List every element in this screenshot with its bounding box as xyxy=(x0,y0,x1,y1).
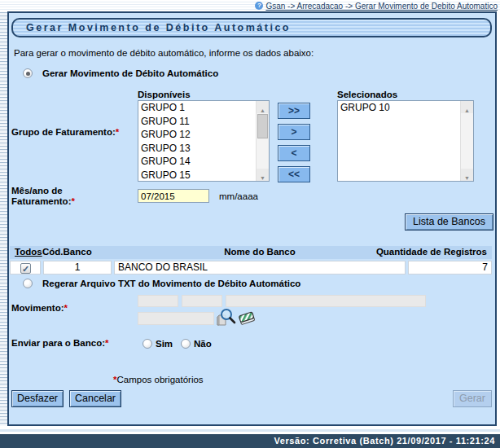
bank-records-cell: 7 xyxy=(408,261,492,275)
send-yes-radio[interactable] xyxy=(143,339,152,349)
table-row: 1 BANCO DO BRASIL 7 xyxy=(10,261,492,275)
movimento-label: Movimento:* xyxy=(11,303,68,313)
move-right-button[interactable]: > xyxy=(278,124,310,140)
left-decoration xyxy=(0,11,7,426)
page-title: Gerar Movimento de Débito Automático xyxy=(26,22,291,33)
regenerate-txt-radio[interactable] xyxy=(23,279,33,288)
move-all-left-button[interactable]: << xyxy=(278,166,310,182)
scrollbar-thumb[interactable] xyxy=(257,114,268,138)
bank-checkbox-cell xyxy=(10,261,41,275)
scroll-up-icon[interactable] xyxy=(257,101,269,113)
date-format-hint: mm/aaaa xyxy=(219,191,258,201)
footer-divider xyxy=(0,429,500,432)
selected-listbox[interactable]: GRUPO 10 xyxy=(337,100,474,182)
banks-table-header: Todos Cód.Banco Nome do Banco Quantidade… xyxy=(10,246,492,259)
version-bar: Versão: Corretiva (Batch) 21/09/2017 - 1… xyxy=(0,434,500,448)
col-header-quantidade: Quantidade de Registros xyxy=(319,247,487,257)
month-year-input[interactable] xyxy=(138,189,209,203)
movimento-field-3 xyxy=(226,295,426,307)
undo-button[interactable]: Desfazer xyxy=(11,390,64,407)
send-yes-label: Sim xyxy=(156,339,173,349)
selected-scrollbar[interactable] xyxy=(460,101,473,181)
content-panel: Gerar Movimento de Débito Automático Par… xyxy=(7,11,497,426)
list-option[interactable]: GRUPO 12 xyxy=(138,128,256,142)
breadcrumb[interactable]: Gsan -> Arrecadacao -> Gerar Movimento d… xyxy=(265,2,498,11)
movimento-field-2 xyxy=(182,295,222,307)
generate-movement-radio-label: Gerar Movimento de Débito Automático xyxy=(42,68,218,78)
eraser-icon[interactable] xyxy=(238,311,257,331)
bank-row-checkbox[interactable] xyxy=(20,263,31,274)
list-option[interactable]: GRUPO 14 xyxy=(138,155,256,169)
send-no-radio[interactable] xyxy=(181,339,191,349)
required-fields-note: *Campos obrigatórios xyxy=(113,375,204,384)
movimento-field-1 xyxy=(138,295,178,307)
page-title-bar: Gerar Movimento de Débito Automático xyxy=(11,18,492,37)
available-scrollbar[interactable] xyxy=(256,101,269,181)
list-option[interactable]: GRUPO 1 xyxy=(138,101,256,115)
required-asterisk: * xyxy=(116,127,119,137)
scroll-up-icon[interactable] xyxy=(461,101,473,113)
month-year-label-line2: Faturamento:* xyxy=(11,196,75,206)
available-options: GRUPO 1GRUPO 11GRUPO 12GRUPO 13GRUPO 14G… xyxy=(138,101,256,181)
month-year-label-line1: Mês/ano de xyxy=(11,186,63,195)
regenerate-txt-radio-label: Regerar Arquivo TXT do Movimento de Débi… xyxy=(42,279,300,288)
available-listbox[interactable]: GRUPO 1GRUPO 11GRUPO 12GRUPO 13GRUPO 14G… xyxy=(138,100,270,182)
scroll-down-icon[interactable] xyxy=(461,169,473,181)
bank-name-cell: BANCO DO BRASIL xyxy=(114,261,406,275)
scroll-down-icon[interactable] xyxy=(257,169,269,181)
list-option[interactable]: GRUPO 13 xyxy=(138,142,256,156)
move-all-right-button[interactable]: >> xyxy=(278,103,310,119)
gsan-window: ? Gsan -> Arrecadacao -> Gerar Movimento… xyxy=(0,0,500,448)
available-list-label: Disponíveis xyxy=(138,90,191,99)
help-icon[interactable]: ? xyxy=(255,2,263,10)
bank-list-button[interactable]: Lista de Bancos xyxy=(405,213,493,231)
select-all-link[interactable]: Todos xyxy=(15,247,42,257)
send-no-label: Não xyxy=(194,339,212,349)
move-left-button[interactable]: < xyxy=(278,145,310,161)
movimento-field-4 xyxy=(138,312,214,325)
generate-movement-radio[interactable] xyxy=(23,68,33,78)
bank-code-cell: 1 xyxy=(43,261,112,275)
billing-group-label: Grupo de Faturamento:* xyxy=(11,127,119,137)
required-asterisk: * xyxy=(105,338,108,348)
required-asterisk: * xyxy=(71,196,74,206)
search-icon[interactable] xyxy=(217,308,236,331)
selected-list-label: Selecionados xyxy=(337,90,397,99)
list-option[interactable]: GRUPO 10 xyxy=(338,101,460,115)
cancel-button[interactable]: Cancelar xyxy=(69,390,121,407)
selected-options: GRUPO 10 xyxy=(338,101,460,181)
list-option[interactable]: GRUPO 15 xyxy=(138,169,256,182)
breadcrumb-bar: ? Gsan -> Arrecadacao -> Gerar Movimento… xyxy=(0,0,500,11)
col-header-cod-banco: Cód.Banco xyxy=(42,247,92,257)
required-asterisk: * xyxy=(64,303,68,313)
list-option[interactable]: GRUPO 11 xyxy=(138,115,256,129)
send-to-bank-label: Enviar para o Banco:* xyxy=(11,338,109,348)
generate-button[interactable]: Gerar xyxy=(453,390,492,407)
intro-text: Para gerar o movimento de débito automát… xyxy=(14,48,314,58)
